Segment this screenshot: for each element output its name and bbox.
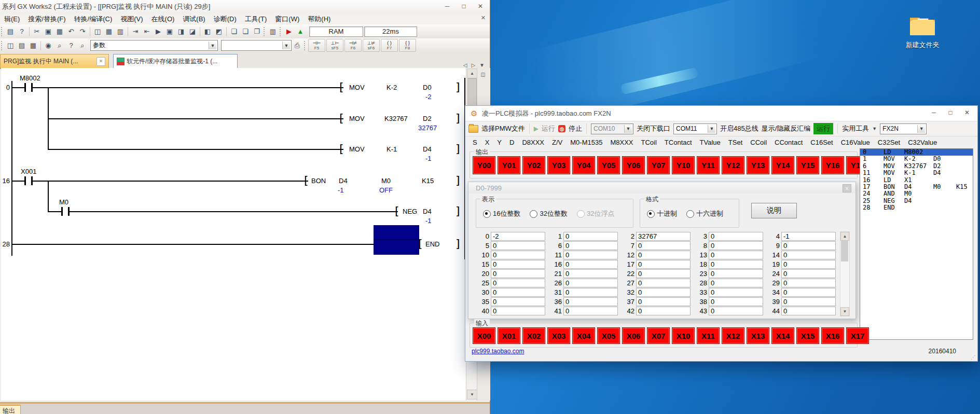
scrollbar-thumb[interactable]	[841, 241, 848, 261]
instruction-list-row[interactable]: 1 MOV K-2 D0	[860, 156, 973, 162]
ladder-symbol-button[interactable]: ( ) F7	[381, 39, 398, 52]
device-value-field[interactable]: 0	[563, 251, 618, 259]
device-value-field[interactable]: -2	[491, 232, 545, 241]
device-value-field[interactable]: 0	[563, 269, 618, 278]
instruction-list-row[interactable]: 28 END	[860, 204, 973, 211]
sim-maximize-button[interactable]: □	[942, 107, 959, 118]
tab-scroll-right-icon[interactable]: ▷	[471, 62, 475, 68]
ladder-symbol-button[interactable]: ⊥⊢ sF5	[326, 39, 343, 52]
device-value-field[interactable]: 0	[781, 307, 836, 315]
device-value-field[interactable]: -1	[781, 232, 836, 241]
sim-device-tab[interactable]: TSet	[728, 139, 742, 146]
close-download-port-button[interactable]: 关闭下载口	[637, 124, 670, 133]
contact-open[interactable]	[24, 176, 33, 185]
instruction-operand[interactable]: K-1	[387, 145, 397, 153]
instruction-operand[interactable]: K15	[422, 177, 434, 185]
sim-device-tab[interactable]: C32Set	[878, 139, 900, 146]
device-value-field[interactable]: 0	[781, 260, 836, 269]
scroll-down-icon[interactable]: ▼	[467, 390, 477, 399]
device-value-field[interactable]: 0	[491, 269, 545, 278]
gx-menu-item[interactable]: 调试(B)	[178, 15, 209, 24]
window-icon-2[interactable]: ❏	[240, 26, 251, 37]
dialog-scrollbar[interactable]: ▲ ▼	[840, 231, 850, 316]
ladder-cursor-cell[interactable]	[374, 240, 419, 255]
window-jump-icon[interactable]: ❐	[252, 26, 262, 37]
device-value-field[interactable]: 0	[709, 288, 763, 297]
output-y-button[interactable]: Y02	[522, 156, 545, 174]
scroll-up-icon[interactable]: ▲	[467, 68, 477, 78]
output-y-button[interactable]: Y01	[498, 156, 520, 174]
device-value-field[interactable]: 0	[781, 251, 836, 259]
input-x-button[interactable]: X14	[771, 327, 794, 344]
device-value-field[interactable]: 0	[709, 260, 763, 269]
gx-menu-item[interactable]: 辑(E)	[0, 15, 24, 24]
utility-tools-menu[interactable]: 实用工具	[842, 124, 869, 133]
open-485-bus-button[interactable]: 开启485总线	[720, 124, 758, 133]
sim-device-tab[interactable]: CContact	[775, 139, 803, 146]
redo-icon[interactable]: ↷	[77, 26, 88, 37]
chevron-down-icon[interactable]: ▼	[917, 125, 925, 133]
instruction-operand[interactable]: K-2	[387, 84, 397, 91]
radio-option[interactable]: 32位整数	[530, 209, 567, 218]
input-x-button[interactable]: X05	[597, 327, 620, 344]
chevron-down-icon[interactable]: ▼	[624, 125, 632, 133]
gx-menu-item[interactable]: 窗口(W)	[271, 15, 303, 24]
input-x-button[interactable]: X11	[697, 327, 720, 344]
separator[interactable]	[29, 27, 30, 36]
run-button[interactable]: 运行	[542, 124, 555, 133]
separator[interactable]	[226, 27, 227, 36]
output-y-button[interactable]: Y11	[697, 156, 720, 174]
cut-icon[interactable]: ✂	[32, 26, 42, 37]
secondary-combobox[interactable]: ▼	[221, 40, 292, 51]
output-y-button[interactable]: Y04	[572, 156, 595, 174]
undo-icon[interactable]: ↶	[66, 26, 76, 37]
device-value-field[interactable]: 0	[709, 279, 763, 287]
instruction-op[interactable]: NEG	[403, 208, 417, 215]
scroll-down-icon[interactable]: ▼	[840, 307, 849, 316]
device-value-field[interactable]: 0	[491, 260, 545, 269]
instruction-list-row[interactable]: 24 AND M0	[860, 190, 973, 197]
device-value-field[interactable]: 0	[709, 232, 763, 241]
device-value-field[interactable]: 0	[563, 279, 618, 287]
gx-menu-item[interactable]: 在线(O)	[147, 15, 179, 24]
device-value-field[interactable]: 0	[636, 288, 691, 297]
help-icon[interactable]: ?	[17, 26, 27, 37]
sim-device-tab[interactable]: TContact	[665, 139, 692, 146]
device-value-field[interactable]: 0	[709, 241, 763, 250]
monitor-pause-icon[interactable]: ◨	[176, 26, 186, 37]
output-y-button[interactable]: Y16	[821, 156, 844, 174]
tab-device-batch-monitor[interactable]: 软元件/缓冲存储器批量监视-1 (...	[113, 54, 238, 68]
device-value-field[interactable]: 0	[636, 260, 691, 269]
com-port-combobox-download[interactable]: COM10 ▼	[591, 123, 633, 134]
device-value-field[interactable]: 0	[491, 297, 545, 306]
device-value-field[interactable]: 0	[636, 269, 691, 278]
navigation-combobox[interactable]: 参数 ▼	[90, 40, 218, 51]
input-x-button[interactable]: X10	[672, 327, 695, 344]
scroll-up-icon[interactable]: ▲	[840, 232, 849, 241]
monitor-write-icon[interactable]: ◪	[187, 26, 198, 37]
gx-menu-item[interactable]: 视图(V)	[116, 15, 147, 24]
sim-device-tab[interactable]: TValue	[700, 139, 721, 146]
sim-device-tab[interactable]: C32Value	[908, 139, 937, 146]
find-icon[interactable]: ⌕	[77, 40, 88, 51]
simulation-start-icon[interactable]: ▶	[284, 26, 294, 37]
gx-menu-item[interactable]: 转换/编译(C)	[70, 15, 117, 24]
input-x-button[interactable]: X00	[473, 327, 495, 344]
sim-device-tab[interactable]: D	[509, 139, 514, 146]
gx-menu-item[interactable]: 诊断(D)	[210, 15, 241, 24]
instruction-list-row[interactable]: 0 LD M8002	[860, 149, 973, 156]
gx-minimize-button[interactable]: ─	[439, 1, 456, 12]
copy-icon[interactable]: ▣	[43, 26, 53, 37]
instruction-operand[interactable]: D4	[423, 208, 432, 215]
output-y-button[interactable]: Y06	[622, 156, 645, 174]
dialog-titlebar[interactable]: D0-7999	[468, 182, 855, 194]
contact-open[interactable]	[61, 207, 70, 216]
chevron-down-icon[interactable]: ▼	[282, 42, 290, 49]
gx-menu-item[interactable]: 搜索/替换(F)	[24, 15, 70, 24]
contact-open[interactable]	[24, 83, 33, 92]
input-x-button[interactable]: X12	[722, 327, 744, 344]
sim-device-tab[interactable]: M8XXX	[610, 139, 633, 146]
key-setting-icon[interactable]: ▥	[115, 26, 126, 37]
instruction-operand[interactable]: D4	[423, 145, 432, 153]
instruction-list-row[interactable]: 25 NEG D4	[860, 198, 973, 204]
